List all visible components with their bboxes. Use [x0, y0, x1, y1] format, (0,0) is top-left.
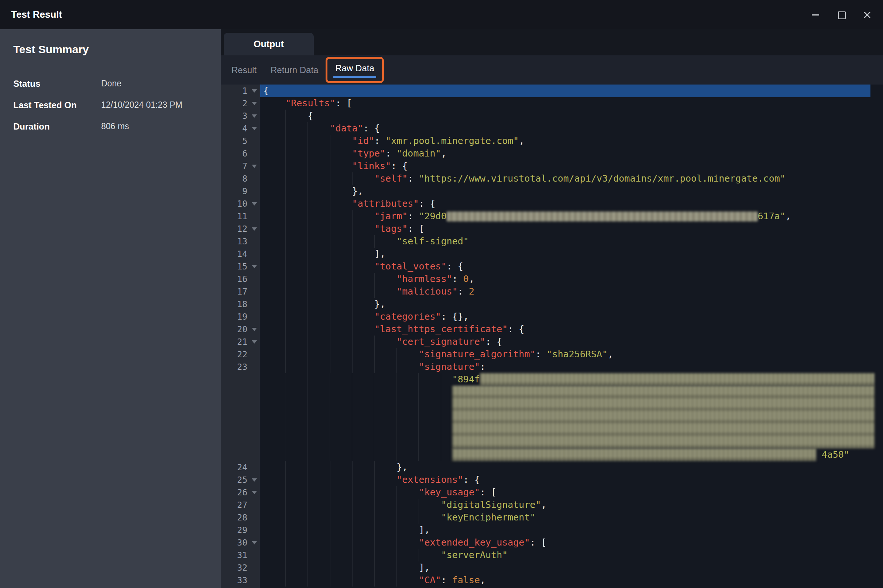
code-line-22[interactable]: "signature_algorithm": "sha256RSA", [260, 348, 871, 361]
code-line-13[interactable]: "self-signed" [260, 235, 871, 248]
indent-guide [263, 461, 285, 474]
json-token: "serverAuth" [441, 550, 508, 560]
indent-guide [330, 461, 352, 474]
line-number: 19 [237, 312, 247, 321]
fold-caret-icon[interactable] [252, 227, 257, 231]
code-line-1[interactable]: { [260, 84, 871, 97]
fold-caret-icon[interactable] [252, 478, 257, 482]
indent-guide [263, 248, 285, 260]
fold-caret-icon[interactable] [252, 89, 257, 93]
line-number: 26 [237, 488, 247, 497]
json-token: : [536, 349, 547, 360]
code-line-27[interactable]: "digitalSignature", [260, 499, 871, 511]
code-line-29[interactable]: ], [260, 524, 871, 536]
minimize-icon[interactable] [811, 10, 820, 20]
indent-guide [307, 499, 330, 511]
code-line-3[interactable]: { [260, 110, 871, 122]
code-line-31[interactable]: "serverAuth" [260, 549, 871, 561]
indent-guide [263, 285, 285, 298]
code-line-17[interactable]: "malicious": 2 [260, 285, 871, 298]
indent-guide [352, 461, 374, 474]
code-line-4[interactable]: "data": { [260, 122, 871, 135]
gutter-row-wrap [221, 448, 260, 461]
line-number: 10 [237, 199, 247, 208]
line-number: 27 [237, 500, 247, 510]
json-token: , [480, 575, 486, 585]
code-line-21[interactable]: "cert_signature": { [260, 336, 871, 348]
code-line-9[interactable]: }, [260, 185, 871, 198]
json-editor[interactable]: 1234567891011121314151617181920212223242… [221, 84, 883, 588]
fold-caret-icon[interactable] [252, 165, 257, 168]
code-line-6[interactable]: "type": "domain", [260, 147, 871, 160]
json-token: : {}, [441, 311, 469, 322]
gutter-row-wrap [221, 386, 260, 398]
fold-caret-icon[interactable] [252, 541, 257, 544]
json-token: "https://www.virustotal.com/api/v3/domai… [418, 173, 785, 184]
code-line-26[interactable]: "key_usage": [ [260, 486, 871, 499]
indent-guide [263, 549, 285, 561]
tab-output[interactable]: Output [224, 33, 314, 56]
gutter-row: 14 [221, 248, 260, 260]
indent-guide [263, 574, 285, 586]
code-line-19[interactable]: "categories": {}, [260, 310, 871, 323]
code-line-32[interactable]: ], [260, 561, 871, 574]
code-line-28[interactable]: "keyEncipherment" [260, 511, 871, 524]
indent-guide [330, 361, 352, 373]
maximize-icon[interactable] [837, 10, 846, 20]
code-line-23[interactable]: "signature": [260, 361, 871, 373]
redacted-region [480, 373, 874, 386]
json-token: "CA" [418, 575, 441, 585]
json-token: false [452, 575, 480, 585]
indent-guide [307, 561, 330, 574]
fold-caret-icon[interactable] [252, 265, 257, 268]
code-line-10[interactable]: "attributes": { [260, 198, 871, 210]
code-line-11[interactable]: "jarm": "29d0617a", [260, 210, 871, 223]
json-token: "extended_key_usage" [418, 537, 530, 548]
code-line-24[interactable]: }, [260, 461, 871, 474]
fold-caret-icon[interactable] [252, 114, 257, 118]
code-line-15[interactable]: "total_votes": { [260, 260, 871, 273]
code-line-12[interactable]: "tags": [ [260, 223, 871, 235]
indent-guide [285, 486, 307, 499]
code-line-7[interactable]: "links": { [260, 160, 871, 172]
close-icon[interactable] [862, 10, 872, 20]
code-line-30[interactable]: "extended_key_usage": [ [260, 536, 871, 549]
code-line-5[interactable]: "id": "xmr.pool.minergate.com", [260, 135, 871, 147]
json-token: "xmr.pool.minergate.com" [385, 135, 519, 146]
code-line-33[interactable]: "CA": false, [260, 574, 871, 586]
fold-caret-icon[interactable] [252, 127, 257, 130]
indent-guide [285, 198, 307, 210]
indent-guide [352, 223, 374, 235]
tab-result[interactable]: Result [231, 65, 256, 75]
editor-code[interactable]: {"Results": [{"data": {"id": "xmr.pool.m… [260, 84, 871, 588]
line-number: 13 [237, 237, 247, 246]
code-line-signature-wrapped[interactable]: "894f4a58" [260, 373, 871, 461]
indent-guide [307, 273, 330, 285]
fold-caret-icon[interactable] [252, 102, 257, 105]
line-number: 7 [242, 161, 247, 171]
code-line-2[interactable]: "Results": [ [260, 97, 871, 110]
fold-caret-icon[interactable] [252, 491, 257, 494]
line-number: 20 [237, 324, 247, 334]
code-line-8[interactable]: "self": "https://www.virustotal.com/api/… [260, 172, 871, 185]
code-line-16[interactable]: "harmless": 0, [260, 273, 871, 285]
fold-caret-icon[interactable] [252, 340, 257, 344]
line-number: 29 [237, 525, 247, 535]
code-line-18[interactable]: }, [260, 298, 871, 310]
code-line-25[interactable]: "extensions": { [260, 474, 871, 486]
duration-label: Duration [13, 122, 101, 131]
indent-guide [330, 172, 352, 185]
indent-guide [374, 361, 396, 373]
indent-guide [263, 511, 285, 524]
gutter-row: 2 [221, 97, 260, 110]
gutter-row: 10 [221, 198, 260, 210]
json-token: , [541, 500, 547, 510]
tab-return-data[interactable]: Return Data [271, 65, 318, 75]
fold-caret-icon[interactable] [252, 202, 257, 206]
tab-raw-data[interactable]: Raw Data [333, 63, 376, 78]
code-line-20[interactable]: "last_https_certificate": { [260, 323, 871, 336]
indent-guide [307, 336, 330, 348]
fold-caret-icon[interactable] [252, 328, 257, 331]
code-line-14[interactable]: ], [260, 248, 871, 260]
json-token: "self" [374, 173, 408, 184]
